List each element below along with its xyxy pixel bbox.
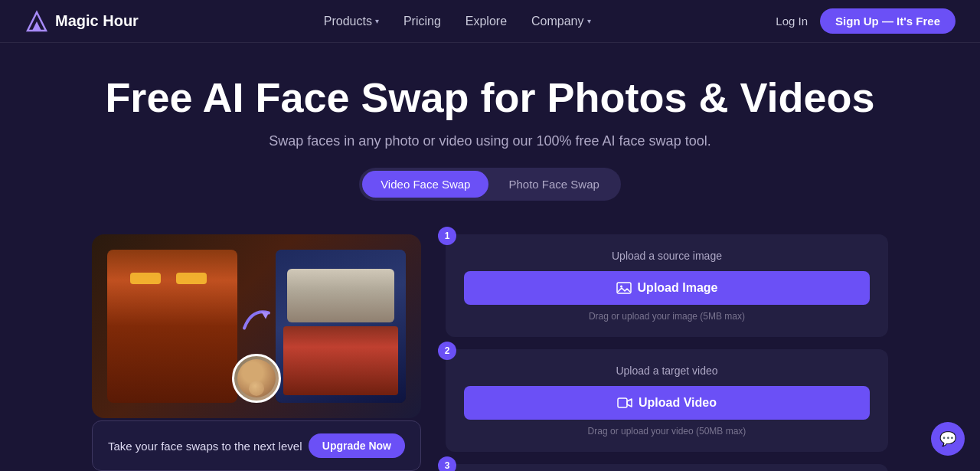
upload-image-icon — [616, 280, 632, 296]
logo-icon — [24, 9, 49, 34]
upload-video-icon — [617, 395, 632, 410]
nav-company[interactable]: Company ▾ — [531, 15, 590, 28]
company-chevron-icon: ▾ — [587, 17, 591, 25]
upgrade-button[interactable]: Upgrade Now — [309, 433, 405, 458]
chat-icon: 💬 — [939, 430, 956, 447]
swap-arrow-icon — [237, 301, 276, 348]
step-3-card: 3 Click Swap Face to swap first 10 secon… — [446, 464, 888, 471]
source-face-circle — [232, 354, 281, 403]
products-chevron-icon: ▾ — [375, 17, 379, 25]
step-1-label: Upload a source image — [464, 250, 870, 262]
signup-button[interactable]: Sign Up — It's Free — [820, 8, 956, 34]
step-2-badge: 2 — [438, 342, 456, 360]
svg-point-4 — [620, 286, 622, 288]
hero-subtitle: Swap faces in any photo or video using o… — [0, 133, 980, 149]
login-button[interactable]: Log In — [776, 15, 808, 28]
step-2-label: Upload a target video — [464, 365, 870, 377]
svg-marker-1 — [32, 21, 41, 31]
step-2-hint: Drag or upload your video (50MB max) — [464, 426, 870, 437]
svg-rect-3 — [617, 283, 631, 293]
hero-title: Free AI Face Swap for Photos & Videos — [0, 74, 980, 121]
nav-actions: Log In Sign Up — It's Free — [776, 8, 956, 34]
tabs-row: Video Face Swap Photo Face Swap — [0, 168, 980, 201]
step-1-badge: 1 — [438, 227, 456, 245]
steps-panel: 1 Upload a source image Upload Image Dra… — [421, 234, 888, 471]
step-3-badge: 3 — [438, 456, 456, 471]
tab-photo-face-swap[interactable]: Photo Face Swap — [490, 171, 617, 198]
upgrade-text: Take your face swaps to the next level — [108, 440, 302, 453]
face-silhouette — [237, 359, 276, 397]
brand-name: Magic Hour — [55, 12, 139, 30]
nav-pricing[interactable]: Pricing — [403, 15, 441, 28]
nav-products[interactable]: Products ▾ — [324, 15, 379, 28]
chat-bubble-button[interactable]: 💬 — [931, 422, 965, 456]
upload-image-button[interactable]: Upload Image — [464, 271, 870, 305]
step-1-hint: Drag or upload your image (5MB max) — [464, 311, 870, 322]
navbar: Magic Hour Products ▾ Pricing Explore Co… — [0, 0, 980, 43]
nav-links: Products ▾ Pricing Explore Company ▾ — [324, 15, 591, 28]
step-2-card: 2 Upload a target video Upload Video Dra… — [446, 349, 888, 452]
upload-video-button[interactable]: Upload Video — [464, 386, 870, 420]
tab-container: Video Face Swap Photo Face Swap — [359, 168, 621, 201]
preview-panel — [92, 234, 421, 418]
tab-video-face-swap[interactable]: Video Face Swap — [362, 171, 488, 198]
logo-area: Magic Hour — [24, 9, 139, 34]
target-face-preview — [276, 250, 406, 403]
svg-rect-5 — [618, 398, 627, 407]
step-1-card: 1 Upload a source image Upload Image Dra… — [446, 234, 888, 337]
face-swap-preview — [92, 234, 421, 418]
nav-explore[interactable]: Explore — [466, 15, 507, 28]
upgrade-banner: Take your face swaps to the next level U… — [92, 420, 421, 471]
hero-section: Free AI Face Swap for Photos & Videos Sw… — [0, 43, 980, 234]
source-face-preview — [107, 250, 237, 403]
